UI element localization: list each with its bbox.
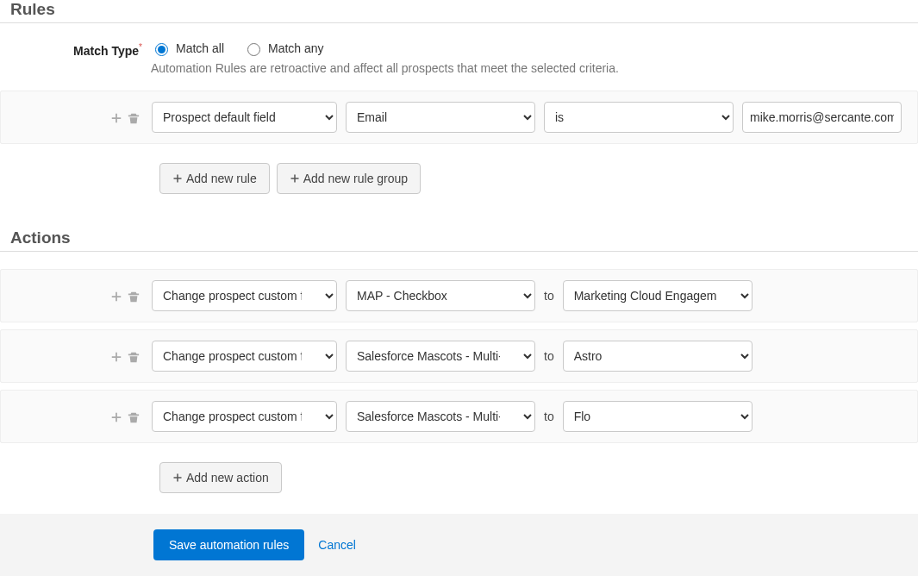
add-new-rule-group-label: Add new rule group: [303, 172, 408, 185]
plus-icon: [172, 472, 183, 483]
match-all-option[interactable]: Match all: [151, 41, 224, 56]
rule-field-select[interactable]: Email: [346, 102, 535, 133]
action-row: Change prospect custom field Salesforce …: [0, 390, 918, 443]
add-action-icon[interactable]: [109, 410, 122, 423]
match-any-option[interactable]: Match any: [243, 41, 324, 56]
action-row: Change prospect custom field Salesforce …: [0, 329, 918, 383]
to-label: to: [544, 410, 554, 423]
action-row: Change prospect custom field MAP - Check…: [0, 269, 918, 322]
match-type-row: Match Type* Match all Match any Automati…: [0, 41, 918, 75]
match-type-help: Automation Rules are retroactive and aff…: [151, 61, 619, 75]
add-rule-icon[interactable]: [109, 110, 122, 124]
save-button[interactable]: Save automation rules: [153, 529, 304, 560]
match-all-radio[interactable]: [155, 43, 168, 56]
to-label: to: [544, 349, 554, 363]
match-all-label: Match all: [176, 41, 224, 55]
plus-icon: [172, 173, 183, 184]
action-field-select[interactable]: Salesforce Mascots - Multi-Select: [346, 341, 535, 372]
action-field-select[interactable]: MAP - Checkbox: [346, 280, 535, 311]
match-any-radio[interactable]: [247, 43, 260, 56]
footer: Save automation rules Cancel: [0, 514, 918, 576]
action-type-select[interactable]: Change prospect custom field: [152, 341, 337, 372]
match-any-label: Match any: [268, 41, 324, 55]
plus-icon: [290, 173, 300, 184]
rule-operator-select[interactable]: is: [544, 102, 734, 133]
add-action-icon[interactable]: [109, 289, 122, 303]
delete-action-icon[interactable]: [126, 410, 140, 423]
add-action-icon[interactable]: [109, 349, 122, 363]
action-value-select[interactable]: Marketing Cloud Engagement: [563, 280, 753, 311]
add-new-rule-group-button[interactable]: Add new rule group: [277, 163, 421, 194]
delete-action-icon[interactable]: [126, 349, 140, 363]
rule-buttons-row: Add new rule Add new rule group: [0, 163, 918, 194]
action-buttons-row: Add new action: [0, 462, 918, 493]
delete-action-icon[interactable]: [126, 289, 140, 303]
rules-section-header: Rules: [0, 0, 918, 23]
add-new-action-label: Add new action: [186, 471, 269, 485]
cancel-link[interactable]: Cancel: [318, 538, 356, 552]
match-type-label: Match Type: [73, 44, 139, 58]
action-type-select[interactable]: Change prospect custom field: [152, 401, 337, 432]
add-new-rule-button[interactable]: Add new rule: [159, 163, 270, 194]
action-value-select[interactable]: Flo: [563, 401, 753, 432]
actions-section-header: Actions: [0, 228, 918, 252]
rule-field-type-select[interactable]: Prospect default field: [152, 102, 337, 133]
add-new-rule-label: Add new rule: [186, 172, 257, 185]
add-new-action-button[interactable]: Add new action: [159, 462, 282, 493]
to-label: to: [544, 289, 554, 303]
delete-rule-icon[interactable]: [126, 110, 140, 124]
rule-row: Prospect default field Email is: [0, 91, 918, 144]
required-indicator: *: [139, 42, 142, 52]
rule-value-input[interactable]: [742, 102, 902, 133]
action-field-select[interactable]: Salesforce Mascots - Multi-Select: [346, 401, 535, 432]
action-value-select[interactable]: Astro: [563, 341, 753, 372]
action-type-select[interactable]: Change prospect custom field: [152, 280, 337, 311]
